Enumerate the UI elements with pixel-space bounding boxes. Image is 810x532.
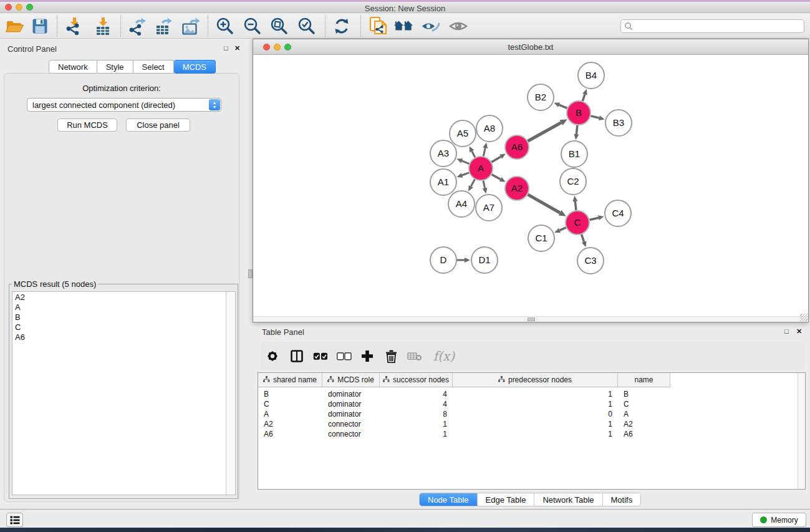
mcds-result-item[interactable]: A6 xyxy=(12,332,235,342)
select-all-icon[interactable] xyxy=(311,347,330,365)
node-label-B1: B1 xyxy=(569,148,580,159)
edge-C-C3[interactable] xyxy=(582,235,584,242)
table-row[interactable]: Cdominator41C xyxy=(258,399,670,409)
edge-A-A5[interactable] xyxy=(472,151,475,157)
network-horizontal-scrollbar[interactable] xyxy=(253,316,808,321)
float-table-panel-icon[interactable]: □ xyxy=(784,328,789,335)
delete-column-trash-icon[interactable] xyxy=(382,347,400,365)
app-titlebar: Session: New Session xyxy=(0,2,810,13)
search-field[interactable] xyxy=(620,19,804,33)
optimization-criterion-dropdown[interactable]: largest connected component (directed) ▲… xyxy=(27,98,221,112)
column-header-shared-name[interactable]: shared name xyxy=(258,373,322,387)
tab-style[interactable]: Style xyxy=(97,60,133,74)
edge-B-B2[interactable] xyxy=(559,105,567,108)
cell-predecessor-nodes: 0 xyxy=(453,409,618,419)
edge-A-A6[interactable] xyxy=(491,157,501,162)
home-layout-icon[interactable] xyxy=(393,17,413,36)
settings-gear-icon[interactable] xyxy=(263,347,282,365)
search-input[interactable] xyxy=(634,22,804,31)
tab-motifs[interactable]: Motifs xyxy=(602,493,641,506)
mcds-result-title: MCDS result (5 nodes) xyxy=(12,279,98,289)
open-session-icon[interactable] xyxy=(4,17,24,36)
edge-C-C1[interactable] xyxy=(559,228,566,230)
mcds-result-item[interactable]: C xyxy=(12,322,235,332)
refresh-icon[interactable] xyxy=(332,17,352,36)
table-row[interactable]: Bdominator41B xyxy=(258,389,670,399)
edge-B-B3[interactable] xyxy=(591,116,599,118)
save-session-icon[interactable] xyxy=(30,17,50,36)
table-panel-title: Table Panel xyxy=(262,327,304,337)
edge-A-A2[interactable] xyxy=(492,175,501,180)
column-header-MCDS-role[interactable]: MCDS role xyxy=(322,373,380,387)
task-history-button[interactable] xyxy=(6,513,23,527)
export-network-icon[interactable] xyxy=(127,17,147,36)
edge-A2-C[interactable] xyxy=(528,195,560,213)
edge-B-B1[interactable] xyxy=(576,125,577,134)
network-horizontal-scroll-thumb[interactable] xyxy=(528,317,535,321)
zoom-out-icon[interactable] xyxy=(243,17,263,36)
close-panel-button[interactable]: Close panel xyxy=(126,118,190,132)
mcds-result-item[interactable]: A2 xyxy=(12,292,235,302)
edge-A-A8[interactable] xyxy=(483,148,485,156)
search-icon xyxy=(624,22,634,31)
network-vertical-scroll-thumb[interactable] xyxy=(248,269,253,278)
edge-C-C4[interactable] xyxy=(589,218,598,220)
tab-select[interactable]: Select xyxy=(133,60,174,74)
node-label-B2: B2 xyxy=(535,92,546,102)
tab-network-table[interactable]: Network Table xyxy=(534,493,602,506)
mcds-list-scrollbar[interactable] xyxy=(226,292,235,495)
status-bar xyxy=(0,509,810,528)
hide-selected-icon[interactable] xyxy=(420,17,440,36)
cell-name: A6 xyxy=(618,429,670,439)
node-label-A: A xyxy=(478,163,484,173)
control-panel-title: Control Panel xyxy=(7,44,57,54)
close-panel-icon[interactable]: ✕ xyxy=(234,45,240,52)
cell-successor-nodes: 4 xyxy=(380,389,453,399)
edge-A-A1[interactable] xyxy=(462,173,469,175)
table-vertical-scrollbar[interactable] xyxy=(798,373,805,489)
memory-button[interactable]: Memory xyxy=(752,513,806,527)
export-table-icon[interactable] xyxy=(153,17,173,36)
export-image-icon[interactable] xyxy=(180,17,200,36)
table-row[interactable]: A2connector11A2 xyxy=(258,419,670,429)
import-table-icon[interactable] xyxy=(93,17,113,36)
tab-network[interactable]: Network xyxy=(49,60,97,74)
mcds-result-list[interactable]: A2ABCA6 xyxy=(12,291,236,495)
zoom-fit-icon[interactable] xyxy=(269,17,289,36)
import-network-icon[interactable] xyxy=(64,17,84,36)
tab-node-table[interactable]: Node Table xyxy=(420,493,477,506)
mcds-result-item[interactable]: B xyxy=(12,312,235,322)
cell-predecessor-nodes: 1 xyxy=(453,389,618,399)
column-view-icon[interactable] xyxy=(287,347,306,365)
add-column-icon[interactable] xyxy=(358,347,377,365)
edge-B-B4[interactable] xyxy=(582,94,585,101)
zoom-selected-icon[interactable] xyxy=(297,17,317,36)
tab-mcds[interactable]: MCDS xyxy=(174,60,216,74)
window-resize-grip[interactable] xyxy=(800,314,808,321)
column-header-predecessor-nodes[interactable]: predecessor nodes xyxy=(453,373,618,387)
network-window-titlebar[interactable]: testGlobe.txt xyxy=(253,39,808,55)
cell-successor-nodes: 4 xyxy=(380,399,453,409)
node-table[interactable]: shared nameMCDS rolesuccessor nodesprede… xyxy=(258,372,806,490)
show-all-icon[interactable] xyxy=(448,17,468,36)
edge-A-A3[interactable] xyxy=(462,161,470,164)
column-header-successor-nodes[interactable]: successor nodes xyxy=(380,373,453,387)
float-panel-icon[interactable]: □ xyxy=(224,45,228,52)
run-mcds-button[interactable]: Run MCDS xyxy=(57,118,117,132)
mcds-result-item[interactable]: A xyxy=(12,302,235,312)
table-row[interactable]: A6connector11A6 xyxy=(258,429,670,439)
cell-name: C xyxy=(618,399,670,409)
column-header-name[interactable]: name xyxy=(618,373,670,387)
edge-C-C2[interactable] xyxy=(575,201,576,210)
zoom-in-icon[interactable] xyxy=(215,17,235,36)
deselect-all-icon[interactable] xyxy=(335,347,354,365)
clone-network-icon[interactable] xyxy=(369,17,388,36)
edge-A-A7[interactable] xyxy=(483,181,485,188)
tab-edge-table[interactable]: Edge Table xyxy=(477,493,534,506)
edge-A-A4[interactable] xyxy=(471,180,475,186)
edge-A6-B[interactable] xyxy=(528,123,561,142)
edge-arrowhead xyxy=(483,142,488,148)
close-table-panel-icon[interactable]: ✕ xyxy=(796,328,802,335)
network-canvas[interactable]: B4B2BB3A8A5A6A3B1AC2A1A2A4A7C4CC1DD1C3 xyxy=(253,55,808,317)
table-row[interactable]: Adominator80A xyxy=(258,409,670,419)
